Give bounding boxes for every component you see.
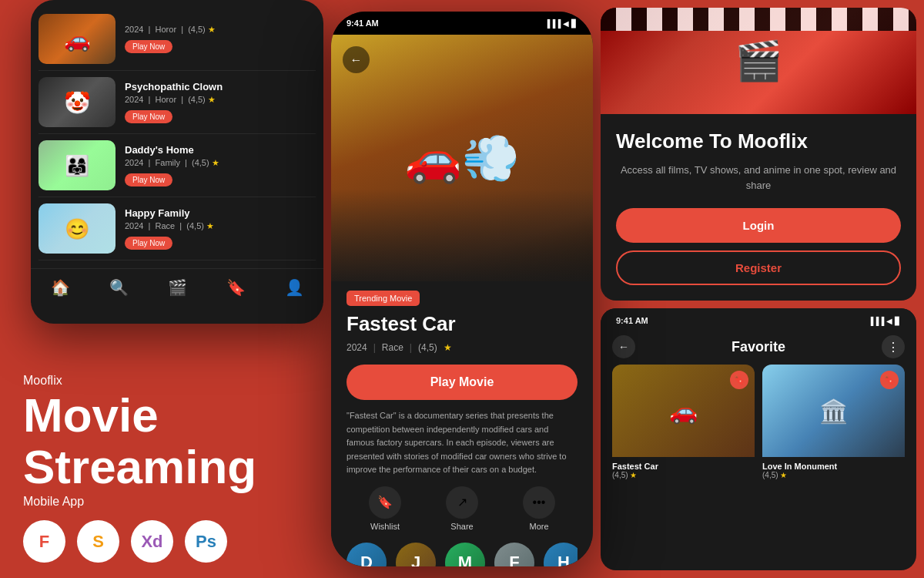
rating-star-icon: ★ [444, 342, 452, 353]
welcome-card: 🎬 Welcome To Mooflix Access all films, T… [601, 8, 916, 301]
movie-hero-image: 🚗💨 ← [331, 35, 593, 281]
brand-title-line2: Streaming [23, 443, 323, 491]
welcome-title: Welcome To Mooflix [616, 129, 901, 153]
play-now-button[interactable]: Play Now [125, 110, 172, 123]
cast-item-david: D David [346, 543, 387, 566]
favorites-title: Favorite [732, 339, 785, 355]
back-button[interactable]: ← [343, 46, 370, 73]
play-now-button[interactable]: Play Now [125, 173, 172, 187]
home-nav-icon[interactable]: 🏠 [51, 278, 70, 297]
cast-avatar-mande: M [445, 543, 485, 566]
cast-avatar-david: D [346, 543, 387, 566]
brand-name: Mooflix [23, 374, 323, 388]
wishlist-icon: 🔖 [369, 486, 401, 519]
login-button[interactable]: Login [616, 208, 901, 243]
figma-icon: F [23, 520, 65, 563]
share-label: Share [450, 522, 473, 531]
hero-gradient [331, 189, 593, 281]
wishlist-button[interactable]: 🔖 Wishlist [369, 486, 401, 531]
movie-meta: 2024 | Family | (4,5) ★ [125, 158, 316, 168]
movie-list: 2024 | Horor | (4,5) ★ Play Now Psychopa… [31, 0, 323, 268]
movie-thumbnail-happy [38, 203, 116, 254]
brand-section: Mooflix Movie Streaming Mobile App F S X… [23, 374, 323, 578]
cast-item-johnson: J Johnson [396, 543, 436, 566]
phone-center: 9:41 AM ▐▐▐ ◀ ▊ 🚗💨 ← Trending Movie Fast… [331, 12, 593, 566]
cast-avatar-johnson: J [396, 543, 436, 566]
xd-icon: Xd [131, 520, 173, 563]
favorites-card: 9:41 AM ▐▐▐ ◀ ▊ ← Favorite ⋮ 🚗 🔖 Fastest… [601, 308, 916, 570]
search-nav-icon[interactable]: 🔍 [109, 278, 129, 297]
fav-movie-rating-city: (4,5) ★ [762, 471, 905, 479]
fav-back-button[interactable]: ← [612, 335, 635, 358]
bookmark-nav-icon[interactable]: 🔖 [226, 278, 246, 297]
phone-mockup-left: 2024 | Horor | (4,5) ★ Play Now Psychopa… [31, 0, 323, 324]
fav-status-bar: 9:41 AM ▐▐▐ ◀ ▊ [601, 308, 916, 329]
fav-movie-love-monument: 🏛️ 🔖 Love In Monument (4,5) ★ [762, 365, 905, 563]
fav-movie-fastest-car: 🚗 🔖 Fastest Car (4,5) ★ [612, 365, 755, 563]
movie-thumbnail-car [38, 14, 116, 64]
movie-genre: Race [382, 342, 403, 353]
play-movie-button[interactable]: Play Movie [346, 365, 578, 400]
play-now-button[interactable]: Play Now [125, 237, 172, 250]
movie-info: Daddy's Home 2024 | Family | (4,5) ★ Pla… [125, 144, 316, 187]
movie-meta-partial: 2024 | Horor | (4,5) ★ [125, 25, 316, 35]
cast-item-mande: M Mande [445, 543, 485, 566]
fav-status-icons: ▐▐▐ ◀ ▊ [868, 317, 901, 325]
share-icon: ↗ [446, 486, 478, 519]
bookmark-icon-city[interactable]: 🔖 [880, 371, 899, 389]
movie-title: Psychopathic Clown [125, 81, 316, 92]
star-icon: ★ [206, 221, 214, 230]
cast-item-felans: F Felans [494, 543, 534, 566]
left-panel: 2024 | Horor | (4,5) ★ Play Now Psychopa… [0, 0, 323, 578]
movie-big-title: Fastest Car [346, 312, 578, 336]
cast-row: D David J Johnson M Mande F Felans H H [346, 543, 578, 566]
movie-thumbnail-clown [38, 77, 116, 127]
status-icons: ▐▐▐ ◀ ▊ [544, 19, 578, 28]
fav-movie-name-city: Love In Monument [762, 462, 905, 471]
tools-row: F S Xd Ps [23, 520, 323, 563]
movies-nav-icon[interactable]: 🎬 [168, 278, 187, 297]
movie-year: 2024 [346, 342, 367, 353]
right-panel: 🎬 Welcome To Mooflix Access all films, T… [601, 0, 924, 578]
star-icon: ★ [212, 158, 219, 167]
list-item: Psychopathic Clown 2024 | Horor | (4,5) … [38, 71, 316, 134]
rating-star-icon: ★ [780, 471, 787, 479]
movie-meta-row: 2024 | Race | (4,5) ★ [346, 342, 578, 353]
more-label: More [529, 522, 548, 531]
star-icon: ★ [208, 95, 216, 104]
list-item: Daddy's Home 2024 | Family | (4,5) ★ Pla… [38, 134, 316, 197]
ps-icon: Ps [185, 520, 227, 563]
cast-avatar-felans: F [494, 543, 534, 566]
play-now-button[interactable]: Play Now [125, 40, 172, 53]
movie-title: Daddy's Home [125, 144, 316, 156]
brand-subtitle: Mobile App [23, 495, 323, 509]
share-button[interactable]: ↗ Share [446, 486, 478, 531]
list-item: 2024 | Horor | (4,5) ★ Play Now [38, 8, 316, 71]
meta-separator: | [373, 342, 376, 353]
clapboard-image: 🎬 [601, 8, 916, 114]
fav-movie-info-city: Love In Monument (4,5) ★ [762, 457, 905, 484]
bottom-navigation: 🏠 🔍 🎬 🔖 👤 [31, 268, 323, 303]
favorites-header: ← Favorite ⋮ [601, 329, 916, 365]
status-bar: 9:41 AM ▐▐▐ ◀ ▊ [331, 12, 593, 35]
sketch-icon: S [77, 520, 119, 563]
more-button[interactable]: ••• More [523, 486, 555, 531]
star-icon: ★ [208, 25, 216, 34]
register-button[interactable]: Register [616, 250, 901, 285]
fav-status-time: 9:41 AM [616, 316, 648, 325]
movie-title: Happy Family [125, 207, 316, 219]
profile-nav-icon[interactable]: 👤 [285, 278, 304, 297]
status-time: 9:41 AM [346, 18, 379, 28]
favorites-grid: 🚗 🔖 Fastest Car (4,5) ★ 🏛️ 🔖 Love In Mon… [601, 365, 916, 570]
welcome-description: Access all films, TV shows, and anime in… [616, 163, 901, 193]
brand-title-line1: Movie [23, 391, 323, 439]
clapboard-stripes [601, 8, 916, 31]
movie-info: Psychopathic Clown 2024 | Horor | (4,5) … [125, 81, 316, 123]
movie-info: Happy Family 2024 | Race | (4,5) ★ Play … [125, 207, 316, 250]
cast-avatar-han: H [544, 543, 578, 566]
meta-separator: | [410, 342, 412, 353]
center-panel: 9:41 AM ▐▐▐ ◀ ▊ 🚗💨 ← Trending Movie Fast… [323, 0, 601, 578]
more-icon: ••• [523, 486, 555, 519]
bookmark-icon-car[interactable]: 🔖 [730, 371, 748, 389]
fav-more-button[interactable]: ⋮ [882, 335, 905, 358]
